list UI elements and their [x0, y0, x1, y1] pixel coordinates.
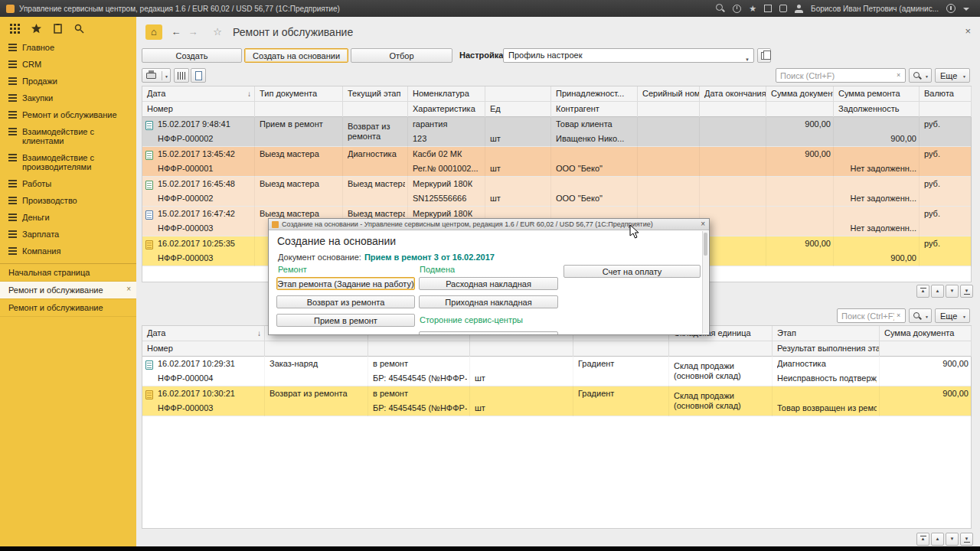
expense-invoice-button[interactable]: Расходная накладная	[419, 277, 558, 290]
scroll-to-top-button[interactable]: ▲	[916, 533, 929, 546]
sidebar-item-main[interactable]: Главное	[0, 39, 136, 56]
scroll-to-bottom-button[interactable]: ▼	[960, 533, 973, 546]
search-input[interactable]	[776, 68, 906, 83]
chevron-down-icon[interactable]	[963, 8, 969, 14]
calendar-icon[interactable]	[779, 5, 787, 12]
search-icon[interactable]	[716, 4, 725, 13]
column-header-currency[interactable]: Валюта	[920, 86, 972, 102]
home-button[interactable]: ⌂	[145, 24, 162, 40]
column-header-unit[interactable]: Ед	[485, 102, 551, 117]
history-icon[interactable]	[733, 5, 741, 13]
scroll-down-button[interactable]: ▼	[946, 533, 959, 546]
clear-search-icon[interactable]: ×	[897, 311, 900, 319]
settings-profile-select[interactable]: Профиль настроек▼	[503, 48, 754, 63]
column-header-number[interactable]: Номер	[142, 341, 265, 357]
sidebar-item-sales[interactable]: Продажи	[0, 73, 136, 90]
column-header-repair-sum[interactable]: Сумма ремонта	[834, 86, 920, 102]
scrollbar-thumb[interactable]	[704, 233, 707, 256]
more-button[interactable]: Еще▼	[935, 68, 970, 83]
scroll-up-button[interactable]: ▲	[931, 533, 944, 546]
forward-button[interactable]: →	[185, 24, 201, 40]
scroll-to-bottom-button[interactable]: ▼	[960, 285, 973, 298]
sidebar-item-salary[interactable]: Зарплата	[0, 226, 136, 243]
sidebar-window-repair[interactable]: Ремонт и обслуживание	[0, 299, 136, 317]
column-header-date[interactable]: Дата↓	[142, 326, 265, 341]
barcode-button[interactable]	[174, 68, 189, 83]
column-header-unit[interactable]	[485, 86, 551, 102]
column-header-doc-sum[interactable]: Сумма документа	[766, 86, 834, 102]
column-header-debt[interactable]: Задолженность	[834, 102, 920, 117]
table-row[interactable]: 15.02.2017 13:45:42НФФР-000001 Выезд мас…	[142, 147, 971, 177]
sidebar-item-works[interactable]: Работы	[0, 175, 136, 192]
clear-search-icon[interactable]: ×	[897, 71, 900, 79]
sidebar-item-company[interactable]: Компания	[0, 243, 136, 259]
clipboard-icon[interactable]	[53, 24, 63, 34]
sidebar-item-purchases[interactable]: Закупки	[0, 90, 136, 106]
sidebar-item-start-page[interactable]: Начальная страница	[0, 264, 136, 282]
close-icon[interactable]: ×	[126, 285, 131, 293]
search-input[interactable]	[837, 308, 906, 323]
close-page-icon[interactable]: ×	[965, 25, 971, 37]
table-row[interactable]: 16.02.2017 10:29:31НФФР-000004 Заказ-нар…	[142, 357, 971, 386]
column-header-nomenclature[interactable]: Номенклатура	[408, 86, 485, 102]
sidebar-window-repair-active[interactable]: Ремонт и обслуживание×	[0, 282, 136, 299]
sidebar-item-client-interaction[interactable]: Взаимодействие с клиентами	[0, 123, 136, 149]
search-icon[interactable]	[74, 24, 84, 34]
column-header-date[interactable]: Дата↓	[142, 86, 255, 102]
income-invoice-button[interactable]: Приходная накладная	[419, 295, 558, 308]
sidebar-item-money[interactable]: Деньги	[0, 209, 136, 226]
column-header-end-date[interactable]: Дата окончания	[700, 86, 766, 102]
star-icon[interactable]	[31, 24, 41, 34]
column-header-number[interactable]: Номер	[142, 102, 255, 117]
document-icon	[145, 360, 153, 370]
column-header-doc-sum[interactable]: Сумма документа	[880, 326, 972, 341]
sidebar-item-vendor-interaction[interactable]: Взаимодействие с производителями	[0, 149, 136, 175]
column-header-serial[interactable]: Серийный номер	[638, 86, 700, 102]
sidebar-item-repair[interactable]: Ремонт и обслуживание	[0, 106, 136, 123]
create-button[interactable]: Создать	[142, 48, 242, 63]
apps-grid-icon[interactable]	[10, 24, 20, 34]
back-button[interactable]: ←	[168, 24, 184, 40]
table-row[interactable]: 16.02.2017 10:30:21НФФР-000003 Возврат и…	[142, 386, 971, 416]
column-header-characteristic[interactable]: Характеристика	[408, 102, 485, 117]
settings-extra-button[interactable]	[757, 48, 771, 63]
print-button[interactable]: ▼	[142, 68, 171, 83]
filter-button[interactable]: Отбор	[351, 48, 452, 63]
table-row[interactable]: 15.02.2017 16:45:48НФФР-000002 Выезд мас…	[142, 177, 971, 207]
copy-icon	[761, 52, 767, 60]
column-header-stage-result[interactable]: Результат выполнения этапа	[773, 341, 880, 357]
scroll-down-button[interactable]: ▼	[946, 285, 959, 298]
accept-to-repair-button[interactable]: Прием в ремонт	[276, 314, 415, 327]
payment-invoice-button[interactable]: Счет на оплату	[564, 265, 701, 278]
more-button[interactable]: Еще▼	[935, 308, 970, 323]
search-button[interactable]: ▼	[909, 308, 932, 323]
document-button[interactable]	[191, 68, 206, 83]
dialog-scrollbar[interactable]	[702, 231, 708, 334]
repair-stage-button[interactable]: Этап ремонта (Задание на работу)	[276, 277, 415, 290]
scroll-up-button[interactable]: ▲	[931, 285, 944, 298]
table-row[interactable]: 15.02.2017 9:48:41НФФР-000002 Прием в ре…	[142, 117, 971, 147]
info-icon[interactable]	[946, 4, 956, 13]
scroll-to-top-button[interactable]: ▲	[916, 285, 929, 298]
production-icon	[8, 196, 17, 204]
user-name[interactable]: Борисов Иван Петрович (админис...	[811, 5, 939, 13]
dialog-titlebar[interactable]: Создание на основании - Управление серви…	[269, 219, 709, 230]
return-from-repair-button[interactable]: Возврат из ремонта	[276, 295, 415, 308]
sidebar-item-crm[interactable]: CRM	[0, 56, 136, 73]
column-header-ownership[interactable]: Принадлежност...	[551, 86, 638, 102]
favorites-icon[interactable]: ★	[749, 4, 756, 13]
column-header-counterparty[interactable]: Контрагент	[551, 102, 638, 117]
clipped-button[interactable]	[419, 331, 558, 335]
base-doc-link[interactable]: Прием в ремонт 3 от 16.02.2017	[364, 253, 495, 262]
cell-debt: Нет задолженн...	[834, 177, 920, 207]
dialog-close-icon[interactable]: ×	[701, 220, 705, 228]
chevron-down-icon: ▼	[962, 74, 966, 79]
sidebar-item-production[interactable]: Производство	[0, 192, 136, 209]
favorite-star-button[interactable]: ☆	[210, 24, 225, 40]
column-header-current-stage[interactable]: Текущий этап	[343, 86, 408, 102]
search-button[interactable]: ▼	[909, 68, 932, 83]
column-header-doc-type[interactable]: Тип документа	[255, 86, 343, 102]
column-header-stage[interactable]: Этап	[773, 326, 880, 341]
calculator-icon[interactable]	[764, 5, 772, 12]
create-based-on-button[interactable]: Создать на основании	[244, 48, 348, 63]
